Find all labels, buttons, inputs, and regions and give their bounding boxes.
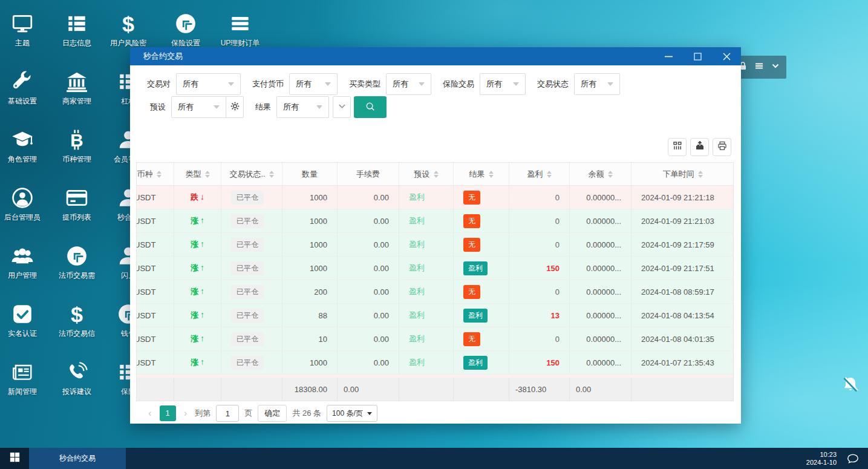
desktop-icon-新闻管理[interactable]: 新闻管理 <box>0 361 49 397</box>
page-input[interactable] <box>216 405 239 422</box>
page-button[interactable]: 1 <box>160 405 176 421</box>
desktop-icon-投诉建议[interactable]: 投诉建议 <box>50 361 103 397</box>
table-row: USDT涨↑已平仓10000.00盈利无00.00000...2024-01-0… <box>136 233 734 257</box>
column-header-result[interactable]: 结果 <box>454 163 509 185</box>
cell-balance: 0.00000... <box>570 280 631 303</box>
cell-balance: 0.00000... <box>570 186 631 209</box>
cell-time: 2024-01-09 21:17:59 <box>631 233 734 256</box>
column-header-qty[interactable]: 数量 <box>282 163 338 185</box>
column-header-coin[interactable]: 币种 <box>136 163 174 185</box>
desktop-icon-角色管理[interactable]: 角色管理 <box>0 128 49 165</box>
desktop-icon-UP理财订单[interactable]: UP理财订单 <box>214 12 267 48</box>
chevron-down-icon[interactable] <box>771 61 780 73</box>
column-header-status[interactable]: 交易状态.. <box>221 163 282 185</box>
maximize-button[interactable] <box>683 47 712 65</box>
menu-icon[interactable] <box>754 61 764 73</box>
desktop-icon-日志信息[interactable]: 日志信息 <box>50 12 103 48</box>
page-size-select[interactable]: 100 条/页 <box>327 405 377 422</box>
cell-balance: 0.00000... <box>570 209 631 232</box>
buy-sell-type-select[interactable]: 所有 <box>386 73 431 95</box>
next-page-button[interactable]: › <box>181 407 190 419</box>
goto-label: 到第 <box>195 408 210 419</box>
seconds-contract-window: 秒合约交易 交易对 所有 支付货币 所有 买卖类型 所有 保险交易 所有 <box>130 47 741 424</box>
desktop-icon-基础设置[interactable]: 基础设置 <box>0 70 49 107</box>
desktop-icon-主题[interactable]: 主题 <box>0 12 49 48</box>
desktop-icon-保险设置[interactable]: 保险设置 <box>159 12 212 48</box>
desktop-icon-实名认证[interactable]: 实名认证 <box>0 303 49 339</box>
column-header-time[interactable]: 下单时间 <box>631 163 734 185</box>
column-header-type[interactable]: 类型 <box>174 163 221 185</box>
prev-page-button[interactable]: ‹ <box>146 407 154 419</box>
bell-muted-icon[interactable] <box>841 375 860 395</box>
table-row: USDT跌↓已平仓10000.00盈利无00.00000...2024-01-0… <box>136 186 734 209</box>
preset-settings-button[interactable] <box>226 96 244 118</box>
column-header-balance[interactable]: 余额 <box>570 163 631 185</box>
export-button[interactable] <box>690 138 709 156</box>
cell-type: 涨↑ <box>174 233 221 256</box>
confirm-page-button[interactable]: 确定 <box>258 405 287 422</box>
cell-time: 2024-01-09 21:17:51 <box>631 257 734 280</box>
sort-icon <box>698 171 703 178</box>
cell-result: 无 <box>454 280 509 303</box>
desktop-icon-法币交易需[interactable]: 法币交易需 <box>50 244 103 281</box>
cell-qty: 10 <box>282 327 338 350</box>
cell-preset: 盈利 <box>399 304 454 327</box>
columns-button[interactable] <box>668 138 687 156</box>
trade-status-select[interactable]: 所有 <box>574 73 620 95</box>
pay-currency-select[interactable]: 所有 <box>289 73 338 95</box>
summary-result <box>454 378 509 401</box>
desktop-icon-用户风险密[interactable]: $ 用户风险密 <box>102 12 155 48</box>
desktop-icon-label: 后台管理员 <box>0 212 49 223</box>
cell-qty: 200 <box>282 280 338 303</box>
status-badge: 已平仓 <box>231 332 264 346</box>
result-select[interactable]: 所有 <box>276 96 329 118</box>
chevron-down-icon <box>338 102 347 113</box>
cell-coin: USDT <box>136 327 174 350</box>
filter-buy-sell-type: 买卖类型 所有 <box>349 73 431 95</box>
summary-type <box>174 378 221 401</box>
arrow-up-icon: ↑ <box>200 286 204 296</box>
print-button[interactable] <box>713 138 731 156</box>
column-header-fee[interactable]: 手续费 <box>338 163 399 185</box>
cell-preset: 盈利 <box>399 209 454 232</box>
expand-filters-button[interactable] <box>333 96 351 118</box>
start-button[interactable] <box>0 448 29 469</box>
table-row: USDT涨↑已平仓2000.00盈利无00.00000...2024-01-08… <box>136 280 734 304</box>
chat-bubble-icon[interactable] <box>846 452 860 465</box>
cell-preset: 盈利 <box>399 280 454 303</box>
sort-icon <box>547 171 552 178</box>
cell-type: 涨↑ <box>174 327 221 350</box>
search-button[interactable] <box>354 96 387 118</box>
taskbar-app-seconds-contract[interactable]: 秒合约交易 <box>29 448 126 469</box>
preset-select[interactable]: 所有 <box>171 96 226 118</box>
summary-fee: 0.00 <box>338 378 399 401</box>
columns-icon <box>673 141 682 153</box>
cell-result: 盈利 <box>454 351 509 374</box>
cell-fee: 0.00 <box>338 233 399 256</box>
cell-coin: USDT <box>136 304 174 327</box>
desktop-icon-用户管理[interactable]: 用户管理 <box>0 244 49 281</box>
taskbar-clock[interactable]: 10:23 2024-1-10 <box>806 451 837 467</box>
filter-trade-pair: 交易对 所有 <box>147 73 241 95</box>
cell-qty: 1000 <box>282 186 338 209</box>
cell-qty: 1000 <box>282 233 338 256</box>
column-header-profit[interactable]: 盈利 <box>509 163 570 185</box>
summary-coin <box>136 378 174 401</box>
status-badge: 已平仓 <box>231 309 264 323</box>
trade-pair-select[interactable]: 所有 <box>176 73 241 95</box>
desktop-icon-币种管理[interactable]: B 币种管理 <box>50 128 103 165</box>
desktop-icon-提币列表[interactable]: 提币列表 <box>50 186 103 223</box>
caret-down-icon <box>367 412 372 415</box>
close-button[interactable] <box>712 47 741 65</box>
minimize-button[interactable] <box>654 47 683 65</box>
cell-result: 无 <box>454 233 509 256</box>
caret-down-icon <box>325 82 331 86</box>
result-badge: 盈利 <box>463 356 488 370</box>
desktop-icon-商家管理[interactable]: 商家管理 <box>50 70 103 107</box>
cell-fee: 0.00 <box>338 304 399 327</box>
insurance-trade-select[interactable]: 所有 <box>480 73 526 95</box>
column-header-preset[interactable]: 预设 <box>399 163 454 185</box>
arrow-down-icon: ↓ <box>200 192 204 202</box>
desktop-icon-法币交易信[interactable]: $ 法币交易信 <box>50 303 103 339</box>
desktop-icon-后台管理员[interactable]: 后台管理员 <box>0 186 49 223</box>
